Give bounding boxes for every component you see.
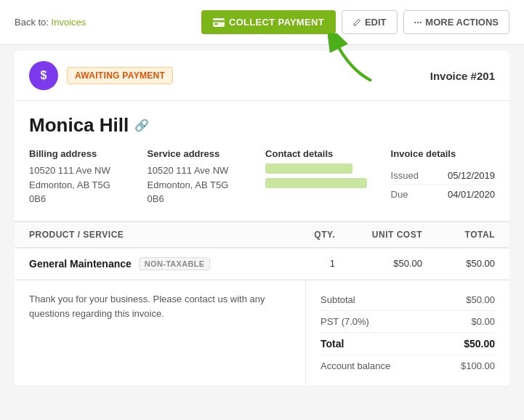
page-header: Back to: Invoices COLLECT PAYMENT EDIT ·… <box>0 0 524 45</box>
link-icon[interactable]: 🔗 <box>134 118 149 132</box>
issued-row: Issued 05/12/2019 <box>391 166 495 185</box>
bottom-area: Thank you for your business. Please cont… <box>15 280 509 385</box>
main-content: $ AWAITING PAYMENT Invoice #201 Monica H… <box>0 51 524 400</box>
table-row: General Maintenance NON-TAXABLE 1 $50.00… <box>15 249 509 280</box>
edit-button[interactable]: EDIT <box>342 10 398 34</box>
due-row: Due 04/01/2020 <box>391 185 495 203</box>
svg-rect-2 <box>213 20 225 23</box>
collect-payment-button[interactable]: COLLECT PAYMENT <box>201 10 336 34</box>
header-actions: COLLECT PAYMENT EDIT ··· MORE ACTIONS <box>201 10 509 34</box>
invoice-details-col: Invoice details Issued 05/12/2019 Due 04… <box>384 148 495 203</box>
card-icon <box>213 18 225 27</box>
client-section: Monica Hill 🔗 Billing address 10520 111 … <box>15 101 509 222</box>
contact-blur-2 <box>265 178 367 188</box>
notes-section: Thank you for your business. Please cont… <box>15 280 306 385</box>
contact-blur-1 <box>265 163 352 174</box>
status-badge: AWAITING PAYMENT <box>67 67 173 84</box>
subtotal-row: Subtotal $50.00 <box>321 289 495 311</box>
edit-icon <box>352 18 361 27</box>
product-name: General Maintenance NON-TAXABLE <box>29 257 277 270</box>
pst-row: PST (7.0%) $0.00 <box>321 311 495 333</box>
non-taxable-badge: NON-TAXABLE <box>139 257 211 270</box>
contact-col: Contact details <box>265 148 372 188</box>
service-address-col: Service address 10520 111 Ave NW Edmonto… <box>148 148 254 206</box>
invoice-icon: $ <box>29 61 58 90</box>
address-grid: Billing address 10520 111 Ave NW Edmonto… <box>29 148 495 206</box>
invoices-link[interactable]: Invoices <box>52 17 86 28</box>
invoice-number: Invoice #201 <box>430 70 495 82</box>
table-header: PRODUCT / SERVICE QTY. UNIT COST TOTAL <box>15 222 509 249</box>
client-name: Monica Hill 🔗 <box>29 114 495 137</box>
more-actions-button[interactable]: ··· MORE ACTIONS <box>403 10 509 34</box>
total-row: Total $50.00 <box>321 333 495 355</box>
totals-section: Subtotal $50.00 PST (7.0%) $0.00 Total $… <box>306 280 509 385</box>
status-left: $ AWAITING PAYMENT <box>29 61 173 90</box>
unit-cost-cell: $50.00 <box>335 258 422 269</box>
breadcrumb: Back to: Invoices <box>15 17 86 28</box>
total-cell: $50.00 <box>422 258 495 269</box>
svg-rect-3 <box>214 23 218 25</box>
status-bar: $ AWAITING PAYMENT Invoice #201 <box>15 51 509 101</box>
notes-text: Thank you for your business. Please cont… <box>29 292 291 323</box>
billing-address-col: Billing address 10520 111 Ave NW Edmonto… <box>29 148 136 206</box>
qty-cell: 1 <box>277 258 335 269</box>
svg-rect-1 <box>213 18 225 27</box>
line-items-table: PRODUCT / SERVICE QTY. UNIT COST TOTAL G… <box>15 222 509 385</box>
account-balance-row: Account balance $100.00 <box>321 355 495 376</box>
